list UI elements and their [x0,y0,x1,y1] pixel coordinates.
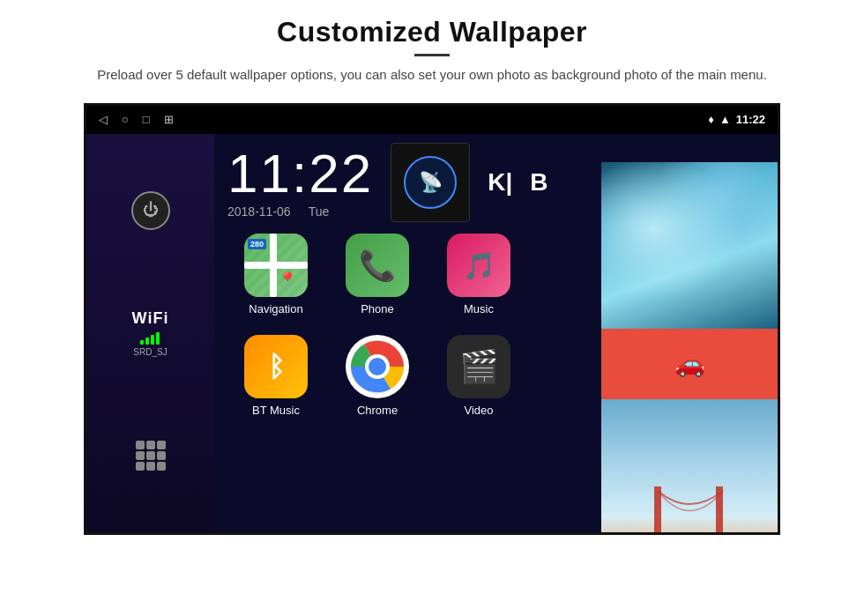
wifi-bar-2 [145,338,149,345]
wifi-bars [140,330,160,345]
navigation-label: Navigation [249,302,302,315]
wallpaper-panels: 🚗 CarSe [601,162,778,535]
btmusic-label: BT Music [252,404,300,417]
power-button[interactable]: ⏻ [131,191,170,230]
bluetooth-symbol: ᛒ [268,351,285,383]
wifi-bar-3 [151,335,154,345]
clock-block: 11:22 2018-11-06 Tue [227,146,373,219]
app-phone[interactable]: 📞 Phone [329,226,426,323]
map-road-vertical [270,234,277,297]
app-navigation[interactable]: 280 📍 Navigation [227,226,324,323]
bridge-structure [610,486,769,535]
app-chrome[interactable]: Chrome [329,328,426,425]
wallpaper-car[interactable]: 🚗 [601,329,778,399]
status-bar: ◁ ○ □ ⊞ ♦ ▲ 11:22 [86,106,778,134]
grid-dot [157,441,166,449]
btmusic-icon: ᛒ [244,335,308,398]
clock-date: 2018-11-06 Tue [227,204,329,219]
svg-point-2 [369,358,386,375]
video-label: Video [464,404,493,417]
title-divider [414,54,450,56]
wifi-bar-4 [156,332,160,345]
radio-icon: 📡 [404,156,457,209]
page-title: Customized Wallpaper [53,16,811,48]
wifi-ssid: SRD_SJ [133,347,167,357]
app-music[interactable]: 🎵 Music [430,226,527,323]
location-icon: ♦ [708,113,714,126]
power-icon: ⏻ [143,201,159,219]
grid-dot [146,451,155,460]
wifi-widget: WiFi SRD_SJ [132,309,169,357]
chrome-label: Chrome [357,404,398,417]
status-time: 11:22 [736,113,765,126]
page-subtitle: Preload over 5 default wallpaper options… [88,65,776,85]
radio-widget[interactable]: 📡 [391,143,470,222]
grid-dot [157,462,166,471]
chrome-svg [349,338,406,395]
apps-grid-button[interactable] [131,436,170,475]
wallpaper-ice[interactable] [601,162,778,329]
chrome-icon [346,335,409,398]
wallpaper-bridge[interactable]: CarSetting [601,399,778,535]
date-value: 2018-11-06 [227,204,291,219]
navigation-icon: 280 📍 [244,234,308,297]
grid-dot [136,451,145,460]
ice-texture [601,162,778,329]
back-icon[interactable]: ◁ [99,113,108,126]
grid-dot [136,441,145,449]
video-icon: 🎬 [447,335,510,398]
signal-icon: ▲ [719,113,731,126]
b-button[interactable]: B [530,168,547,197]
ki-button[interactable]: K| [488,168,512,197]
app-btmusic[interactable]: ᛒ BT Music [227,328,324,425]
map-badge: 280 [248,239,266,249]
grid-dot [157,451,166,460]
car-content: 🚗 [601,329,778,399]
page-header: Customized Wallpaper Preload over 5 defa… [0,0,864,94]
clock-time: 11:22 [227,146,373,201]
map-pin-icon: 📍 [278,271,297,290]
day-value: Tue [309,204,330,219]
bridge-svg [610,486,769,535]
grid-dot [136,462,145,471]
radio-signal-icon: 📡 [419,171,443,194]
music-label: Music [464,302,494,315]
wifi-label: WiFi [132,309,169,328]
screenshot-icon[interactable]: ⊞ [164,113,174,126]
recent-icon[interactable]: □ [143,113,150,126]
clapper-symbol: 🎬 [459,348,499,385]
main-area: ⏻ WiFi SRD_SJ [86,134,778,532]
app-video[interactable]: 🎬 Video [430,328,527,425]
status-bar-right: ♦ ▲ 11:22 [708,113,765,126]
phone-label: Phone [361,302,394,315]
phone-symbol: 📞 [359,248,396,283]
status-bar-nav: ◁ ○ □ ⊞ [99,113,174,126]
car-icon: 🚗 [674,349,705,378]
sidebar: ⏻ WiFi SRD_SJ [86,134,214,532]
grid-dot [146,462,155,471]
music-icon: 🎵 [447,234,510,297]
phone-icon: 📞 [346,234,409,297]
wifi-bar-1 [140,340,144,345]
home-icon[interactable]: ○ [122,113,129,126]
android-screen: ◁ ○ □ ⊞ ♦ ▲ 11:22 ⏻ WiFi [84,103,780,535]
grid-icon [136,441,166,471]
music-note-symbol: 🎵 [463,250,495,281]
grid-dot [146,441,155,449]
